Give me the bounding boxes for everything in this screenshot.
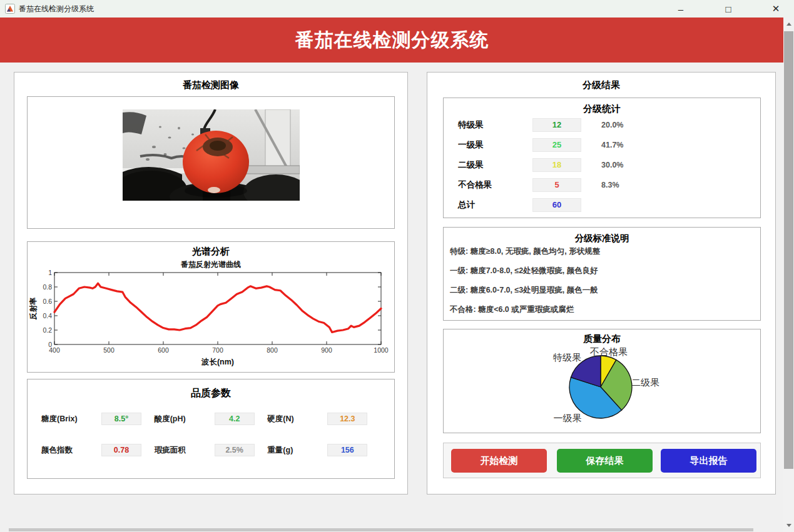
stats-title: 分级统计 xyxy=(444,103,760,115)
pie-label-premium: 特级果 xyxy=(536,352,581,364)
stat-percent: 8.3% xyxy=(601,181,619,189)
standards-title: 分级标准说明 xyxy=(444,233,760,244)
grading-result-title: 分级结果 xyxy=(427,79,775,91)
spectrum-section-title: 光谱分析 xyxy=(28,246,394,258)
svg-text:0: 0 xyxy=(48,341,52,348)
stat-value: 60 xyxy=(532,198,581,212)
svg-text:0.8: 0.8 xyxy=(43,283,52,291)
window-titlebar: 番茄在线检测分级系统 – □ ✕ xyxy=(0,0,794,18)
param-defect-area: 瑕疵面积 2.5% xyxy=(155,444,268,456)
svg-text:1000: 1000 xyxy=(374,346,389,354)
svg-text:500: 500 xyxy=(103,346,115,354)
svg-text:800: 800 xyxy=(267,346,278,354)
svg-text:波长(nm): 波长(nm) xyxy=(201,358,234,366)
svg-text:0.6: 0.6 xyxy=(43,298,52,305)
pie-label-grade1: 一级果 xyxy=(542,413,593,424)
stat-row-grade1: 一级果 25 41.7% xyxy=(444,135,760,155)
scroll-up-icon[interactable] xyxy=(783,19,794,29)
stat-label: 不合格果 xyxy=(458,179,532,191)
param-color-index: 颜色指数 0.78 xyxy=(41,444,155,456)
vertical-scrollbar[interactable] xyxy=(783,18,794,532)
save-results-button[interactable]: 保存结果 xyxy=(557,449,653,473)
close-button[interactable]: ✕ xyxy=(766,1,785,16)
param-value: 0.78 xyxy=(101,444,141,456)
right-panel: 分级结果 分级统计 特级果 12 20.0% 一级果 25 41.7% 二级果 … xyxy=(427,72,776,494)
svg-text:900: 900 xyxy=(321,346,332,354)
param-firmness: 硬度(N) 12.3 xyxy=(267,413,380,425)
param-value: 4.2 xyxy=(215,413,255,425)
vertical-scrollbar-thumb[interactable] xyxy=(784,31,793,469)
param-label: 颜色指数 xyxy=(41,445,101,456)
param-label: 硬度(N) xyxy=(267,414,327,424)
param-label: 瑕疵面积 xyxy=(155,445,215,456)
maximize-button[interactable]: □ xyxy=(719,1,738,16)
stat-percent: 41.7% xyxy=(601,141,623,149)
param-label: 酸度(pH) xyxy=(155,414,215,424)
param-value: 156 xyxy=(327,444,367,456)
param-value: 12.3 xyxy=(327,413,367,425)
image-section-title: 番茄检测图像 xyxy=(14,79,407,91)
minimize-button[interactable]: – xyxy=(671,1,690,16)
stat-value: 12 xyxy=(532,118,581,132)
svg-text:反射率: 反射率 xyxy=(29,298,38,321)
param-label: 重量(g) xyxy=(267,445,327,456)
grading-standards-box: 分级标准说明 特级: 糖度≥8.0, 无瑕疵, 颜色均匀, 形状规整 一级: 糖… xyxy=(443,227,761,321)
horizontal-scrollbar[interactable] xyxy=(0,528,783,532)
action-buttons-box: 开始检测 保存结果 导出报告 xyxy=(443,443,761,478)
app-header: 番茄在线检测分级系统 xyxy=(0,18,784,63)
svg-text:0.2: 0.2 xyxy=(43,326,52,334)
quality-distribution-box: 质量分布 特级果 不合格果 二级果 一级果 xyxy=(443,329,761,433)
stat-value: 25 xyxy=(532,138,581,152)
standard-line-grade1: 一级: 糖度7.0-8.0, ≤2处轻微瑕疵, 颜色良好 xyxy=(450,266,598,276)
quality-params-box: 品质参数 糖度(Brix) 8.5° 酸度(pH) 4.2 硬度(N) 12.3… xyxy=(27,379,395,479)
stat-label: 二级果 xyxy=(458,159,532,171)
stat-row-rejected: 不合格果 5 8.3% xyxy=(444,175,760,195)
stat-row-grade2: 二级果 18 30.0% xyxy=(444,155,760,175)
quality-section-title: 品质参数 xyxy=(28,387,394,400)
svg-text:0.4: 0.4 xyxy=(43,312,52,319)
spectrum-chart-title: 番茄反射光谱曲线 xyxy=(28,259,394,270)
standard-line-rejected: 不合格: 糖度<6.0 或严重瑕疵或腐烂 xyxy=(450,304,574,315)
stat-label: 一级果 xyxy=(458,139,532,151)
start-detection-button[interactable]: 开始检测 xyxy=(451,449,547,473)
svg-text:700: 700 xyxy=(212,346,223,354)
window-title: 番茄在线检测分级系统 xyxy=(19,4,94,14)
svg-text:1: 1 xyxy=(48,270,52,276)
spectrum-line-chart: 400500600700800900100000.20.40.60.81波长(n… xyxy=(28,270,394,375)
standard-line-premium: 特级: 糖度≥8.0, 无瑕疵, 颜色均匀, 形状规整 xyxy=(450,246,600,257)
param-value: 8.5° xyxy=(101,413,141,425)
param-weight: 重量(g) 156 xyxy=(267,444,380,456)
pie-label-rejected: 不合格果 xyxy=(583,346,635,358)
stat-percent: 30.0% xyxy=(601,161,623,169)
stat-percent: 20.0% xyxy=(601,121,623,129)
quality-pie-chart xyxy=(444,329,761,434)
export-report-button[interactable]: 导出报告 xyxy=(661,449,756,473)
stat-row-premium: 特级果 12 20.0% xyxy=(444,115,760,135)
stat-value: 18 xyxy=(532,158,581,172)
grading-stats-box: 分级统计 特级果 12 20.0% 一级果 25 41.7% 二级果 18 30… xyxy=(443,98,761,218)
stat-row-total: 总计 60 xyxy=(444,195,760,215)
matlab-app-icon xyxy=(5,4,15,14)
pie-label-grade2: 二级果 xyxy=(631,377,659,389)
svg-text:600: 600 xyxy=(158,346,169,354)
scroll-down-icon[interactable] xyxy=(783,520,794,531)
standard-line-grade2: 二级: 糖度6.0-7.0, ≤3处明显瑕疵, 颜色一般 xyxy=(450,285,598,296)
param-label: 糖度(Brix) xyxy=(41,414,101,424)
stat-value: 5 xyxy=(532,178,581,192)
param-acid: 酸度(pH) 4.2 xyxy=(155,413,268,425)
param-value: 2.5% xyxy=(215,444,255,456)
left-panel: 番茄检测图像 xyxy=(14,72,408,494)
param-sugar: 糖度(Brix) 8.5° xyxy=(41,413,155,425)
spectrum-box: 光谱分析 番茄反射光谱曲线 400500600700800900100000.2… xyxy=(27,241,395,373)
horizontal-scrollbar-thumb[interactable] xyxy=(9,528,753,531)
stat-label: 总计 xyxy=(458,199,532,211)
stat-label: 特级果 xyxy=(458,119,532,131)
tomato-photo xyxy=(123,109,300,201)
tomato-image-box xyxy=(27,96,395,229)
app-title: 番茄在线检测分级系统 xyxy=(295,28,489,53)
